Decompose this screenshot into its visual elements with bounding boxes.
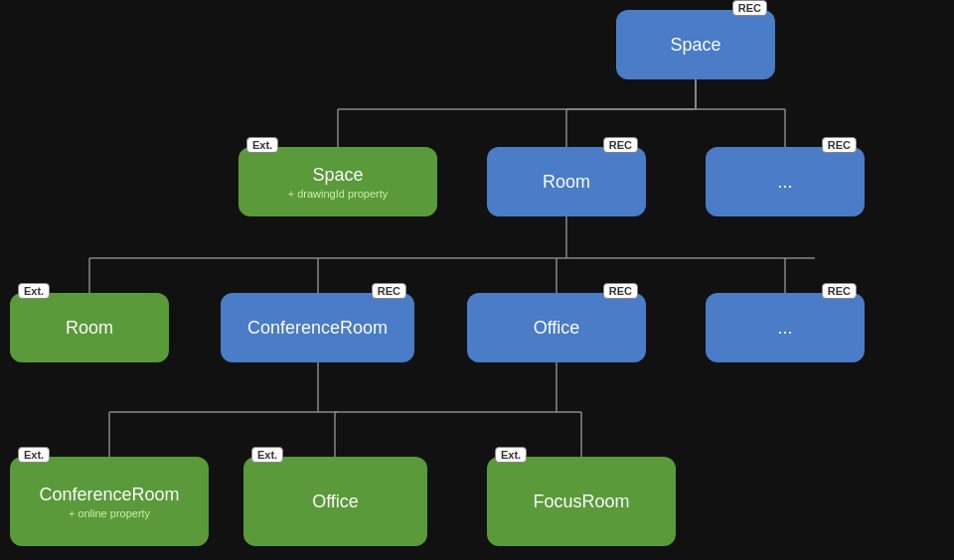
space-ext-sublabel: + drawingId property — [288, 188, 389, 200]
ext-badge: Ext. — [251, 447, 283, 463]
office-rec-node: REC Office — [467, 293, 646, 362]
room-ext-label: Room — [66, 318, 113, 339]
ext-badge: Ext. — [18, 447, 50, 463]
rec-badge: REC — [372, 283, 406, 299]
confroom-ext-node: Ext. ConferenceRoom + online property — [10, 457, 209, 546]
confroom-rec-node: REC ConferenceRoom — [221, 293, 414, 362]
dots2-label: ... — [777, 318, 792, 339]
focusroom-ext-label: FocusRoom — [533, 491, 629, 512]
confroom-ext-sublabel: + online property — [69, 507, 150, 519]
space-ext-node: Ext. Space + drawingId property — [238, 147, 437, 216]
focusroom-ext-node: Ext. FocusRoom — [487, 457, 676, 546]
dots1-node: REC ... — [706, 147, 865, 216]
office-ext-node: Ext. Office — [243, 457, 427, 546]
ext-badge: Ext. — [495, 447, 527, 463]
dots1-label: ... — [777, 172, 792, 193]
confroom-ext-label: ConferenceRoom — [39, 485, 179, 505]
ext-badge: Ext. — [246, 137, 278, 153]
room-rec-label: Room — [543, 172, 590, 193]
rec-badge: REC — [603, 137, 638, 153]
dots2-node: REC ... — [706, 293, 865, 362]
rec-badge: REC — [603, 283, 638, 299]
rec-badge: REC — [732, 0, 767, 16]
rec-badge: REC — [822, 137, 857, 153]
confroom-rec-label: ConferenceRoom — [247, 318, 388, 339]
space-rec-node: REC Space — [616, 10, 775, 79]
rec-badge: REC — [822, 283, 857, 299]
room-ext-node: Ext. Room — [10, 293, 169, 362]
office-rec-label: Office — [534, 318, 580, 339]
room-rec-node: REC Room — [487, 147, 646, 216]
office-ext-label: Office — [312, 491, 359, 512]
space-rec-label: Space — [670, 35, 720, 56]
space-ext-label: Space — [312, 165, 363, 186]
ext-badge: Ext. — [18, 283, 50, 299]
